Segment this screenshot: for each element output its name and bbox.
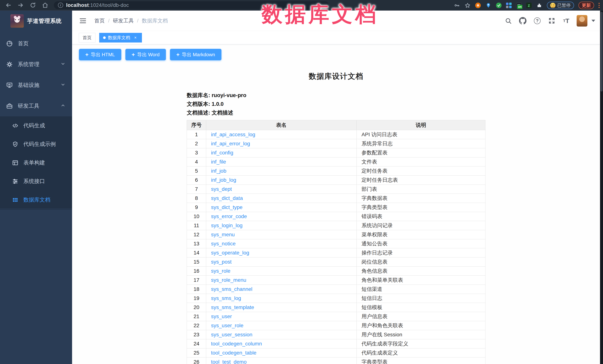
user-caret-icon[interactable] xyxy=(591,20,595,22)
browser-update-button[interactable]: 更新 xyxy=(579,2,594,9)
table-link[interactable]: sys_user_role xyxy=(211,323,243,328)
url-host: localhost xyxy=(66,2,89,8)
search-icon[interactable] xyxy=(504,17,512,25)
table-link[interactable]: sys_dept xyxy=(211,186,232,192)
table-row: 23 sys_user_session 用户在线 Session xyxy=(187,330,485,339)
url-bar[interactable]: i localhost:1024/tool/db-doc xyxy=(54,1,329,9)
sidebar-item-form-builder[interactable]: 表单构建 xyxy=(0,154,72,172)
export-word-button[interactable]: + 导出 Word xyxy=(125,49,166,60)
site-info-icon[interactable]: i xyxy=(58,3,63,8)
table-row: 6 inf_job_log 定时任务日志表 xyxy=(187,176,485,185)
table-icon xyxy=(12,197,19,203)
info-label: 文档描述: xyxy=(187,110,212,116)
sidebar-item-devtools[interactable]: 研发工具 xyxy=(0,96,72,116)
tag-db-doc[interactable]: 数据库文档 × xyxy=(99,33,142,43)
browser-reload-icon[interactable] xyxy=(29,2,36,9)
bookmark-star-icon[interactable] xyxy=(464,2,471,9)
row-index: 18 xyxy=(187,285,206,294)
table-link[interactable]: tool_test_demo xyxy=(211,359,246,364)
info-value: ruoyi-vue-pro xyxy=(212,92,246,98)
sidebar-item-home[interactable]: 首页 xyxy=(0,33,72,54)
extension-check-icon[interactable] xyxy=(496,3,502,8)
table-link[interactable]: sys_role_menu xyxy=(211,277,246,283)
extensions-puzzle-icon[interactable] xyxy=(536,2,543,9)
password-key-icon[interactable] xyxy=(454,2,460,9)
extension-paused-badge[interactable]: 已暂停 xyxy=(547,2,574,9)
avatar[interactable] xyxy=(577,15,587,27)
table-link[interactable]: sys_dict_type xyxy=(211,204,243,210)
export-markdown-button[interactable]: + 导出 Markdown xyxy=(170,49,221,60)
table-row: 1 inf_api_access_log API 访问日志表 xyxy=(187,130,485,139)
gear-icon xyxy=(6,61,13,68)
row-index: 25 xyxy=(187,348,206,357)
table-link[interactable]: inf_config xyxy=(211,150,233,155)
row-index: 13 xyxy=(187,239,206,248)
tags-view-bar: 首页 数据库文档 × xyxy=(72,31,600,44)
row-index: 14 xyxy=(187,248,206,257)
row-index: 22 xyxy=(187,321,206,330)
table-link[interactable]: sys_error_code xyxy=(211,213,247,219)
plus-icon: + xyxy=(176,52,180,57)
page-scrollbar[interactable] xyxy=(600,11,603,364)
tag-close-icon[interactable]: × xyxy=(133,35,138,40)
sidebar-item-codegen[interactable]: 代码生成 xyxy=(0,116,72,135)
table-row: 26 tool_test_demo 字典类型表 xyxy=(187,357,485,364)
table-link[interactable]: inf_api_access_log xyxy=(211,132,255,137)
table-row: 19 sys_sms_log 短信日志 xyxy=(187,294,485,303)
tag-home[interactable]: 首页 xyxy=(79,33,95,43)
table-link[interactable]: inf_job_log xyxy=(211,177,236,183)
scrollbar-thumb[interactable] xyxy=(600,12,603,91)
sidebar-item-codegen-example[interactable]: 代码生成示例 xyxy=(0,135,72,154)
sidebar-item-infra[interactable]: 基础设施 xyxy=(0,75,72,96)
browser-back-icon[interactable] xyxy=(5,2,12,9)
sidebar-item-system[interactable]: 系统管理 xyxy=(0,54,72,75)
table-link[interactable]: sys_dict_data xyxy=(211,195,243,201)
sidebar-item-label: 系统管理 xyxy=(18,61,39,68)
sidebar-item-api[interactable]: 系统接口 xyxy=(0,172,72,191)
breadcrumb-devtools[interactable]: 研发工具 xyxy=(113,17,134,24)
extension-grid-icon[interactable] xyxy=(506,3,512,8)
extension-tampermonkey-icon[interactable]: on xyxy=(516,3,522,8)
table-link[interactable]: sys_user_session xyxy=(211,332,253,337)
table-link[interactable]: inf_file xyxy=(211,159,226,165)
table-link[interactable]: tool_codegen_column xyxy=(211,341,262,347)
sidebar-collapse-icon[interactable] xyxy=(79,17,87,25)
row-index: 11 xyxy=(187,221,206,230)
table-link[interactable]: inf_api_error_log xyxy=(211,141,250,146)
table-row: 18 sys_sms_channel 短信渠道 xyxy=(187,285,485,294)
column-header-index: 序号 xyxy=(187,120,206,130)
table-row: 22 sys_user_role 用户和角色关联表 xyxy=(187,321,485,330)
browser-menu-icon[interactable] xyxy=(599,3,600,8)
export-html-button[interactable]: + 导出 HTML xyxy=(79,49,121,60)
browser-home-icon[interactable] xyxy=(42,2,49,9)
fullscreen-icon[interactable] xyxy=(548,17,556,25)
table-link[interactable]: sys_sms_channel xyxy=(211,286,253,292)
browser-forward-icon[interactable] xyxy=(17,2,24,9)
github-icon[interactable] xyxy=(519,17,527,25)
row-desc: 字典类型表 xyxy=(357,357,485,364)
document-info: 数据库名: ruoyi-vue-pro 文档版本: 1.0.0 文档描述: 文档… xyxy=(187,91,485,117)
table-link[interactable]: sys_sms_template xyxy=(211,304,254,310)
table-link[interactable]: sys_sms_log xyxy=(211,295,241,301)
row-index: 9 xyxy=(187,203,206,212)
extension-pin-icon[interactable] xyxy=(485,2,492,9)
button-label: 导出 Markdown xyxy=(182,51,215,58)
table-link[interactable]: sys_menu xyxy=(211,232,235,237)
font-size-icon[interactable]: TT xyxy=(562,17,570,25)
extension-z-icon[interactable]: z xyxy=(526,3,532,8)
table-link[interactable]: inf_job xyxy=(211,168,226,174)
top-navbar: 首页 / 研发工具 / 数据库文档 ? TT xyxy=(72,11,600,31)
sidebar-item-db-doc[interactable]: 数据库文档 xyxy=(0,191,72,209)
app-logo-row[interactable]: 芋道管理系统 xyxy=(0,11,72,30)
help-icon[interactable]: ? xyxy=(533,17,541,25)
table-link[interactable]: sys_post xyxy=(211,259,232,265)
table-link[interactable]: sys_user xyxy=(211,313,232,319)
extension-icon[interactable] xyxy=(475,3,481,8)
table-link[interactable]: sys_operate_log xyxy=(211,250,249,256)
info-label: 文档版本: xyxy=(187,101,212,107)
table-link[interactable]: sys_login_log xyxy=(211,222,243,228)
table-link[interactable]: tool_codegen_table xyxy=(211,350,256,356)
table-link[interactable]: sys_role xyxy=(211,268,230,274)
breadcrumb-home[interactable]: 首页 xyxy=(94,17,105,24)
table-link[interactable]: sys_notice xyxy=(211,241,236,246)
